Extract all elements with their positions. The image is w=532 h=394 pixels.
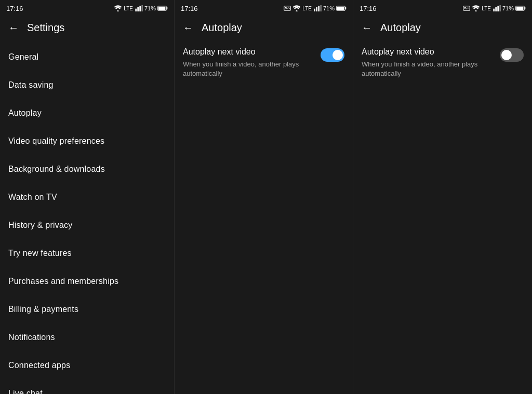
status-bar-autoplay-off: 17:16 LTE 71% bbox=[353, 0, 532, 17]
settings-item-purchases[interactable]: Purchases and memberships bbox=[0, 267, 174, 295]
signal-bars-off bbox=[493, 5, 501, 11]
image-icon-off bbox=[463, 6, 470, 11]
wifi-icon-off bbox=[472, 5, 480, 11]
svg-rect-21 bbox=[493, 9, 495, 11]
status-time-settings: 17:16 bbox=[6, 5, 23, 12]
svg-rect-3 bbox=[139, 6, 141, 11]
autoplay-off-title: Autoplay bbox=[380, 22, 421, 34]
svg-rect-11 bbox=[314, 9, 315, 11]
settings-item-billing[interactable]: Billing & payments bbox=[0, 295, 174, 323]
back-button-settings[interactable]: ← bbox=[8, 22, 19, 34]
autoplay-off-feature-title: Autoplay next video bbox=[362, 47, 491, 57]
status-bar-settings: 17:16 LTE 71% bbox=[0, 0, 174, 17]
signal-bars-on bbox=[313, 5, 322, 11]
signal-label-off: LTE bbox=[482, 6, 491, 11]
autoplay-toggle-on[interactable] bbox=[321, 48, 344, 62]
autoplay-on-header: ← Autoplay bbox=[175, 17, 353, 39]
settings-item-video-quality[interactable]: Video quality preferences bbox=[0, 127, 174, 155]
settings-item-connected-apps[interactable]: Connected apps bbox=[0, 351, 174, 379]
svg-point-10 bbox=[296, 10, 298, 11]
signal-bars-icon bbox=[135, 5, 143, 11]
status-icons-autoplay-on: LTE 71% bbox=[284, 5, 347, 11]
signal-icon: LTE bbox=[124, 6, 133, 11]
svg-rect-6 bbox=[158, 7, 166, 10]
autoplay-off-header: ← Autoplay bbox=[353, 17, 532, 39]
svg-rect-22 bbox=[495, 7, 497, 11]
autoplay-off-panel: 17:16 LTE 71% bbox=[353, 0, 532, 394]
autoplay-off-row: Autoplay next video When you finish a vi… bbox=[362, 47, 524, 78]
image-icon-on bbox=[284, 6, 291, 11]
settings-item-watch-on-tv[interactable]: Watch on TV bbox=[0, 183, 174, 211]
status-time-autoplay-on: 17:16 bbox=[181, 5, 198, 12]
battery-pct-off: 71% bbox=[502, 5, 514, 11]
autoplay-on-content: Autoplay next video When you finish a vi… bbox=[175, 39, 353, 87]
status-icons-autoplay-off: LTE 71% bbox=[463, 5, 526, 11]
svg-point-0 bbox=[117, 10, 119, 11]
autoplay-on-row: Autoplay next video When you finish a vi… bbox=[183, 47, 344, 78]
autoplay-on-feature-desc: When you finish a video, another plays a… bbox=[183, 60, 312, 78]
status-bar-autoplay-on: 17:16 LTE 71% bbox=[175, 0, 353, 17]
status-icons-settings: LTE 71% bbox=[114, 5, 168, 11]
settings-item-data-saving[interactable]: Data saving bbox=[0, 71, 174, 99]
autoplay-on-feature-title: Autoplay next video bbox=[183, 47, 312, 57]
svg-rect-4 bbox=[141, 5, 143, 11]
battery-percentage: 71% bbox=[144, 5, 156, 11]
svg-rect-23 bbox=[497, 6, 499, 11]
settings-item-general[interactable]: General bbox=[0, 43, 174, 71]
back-button-autoplay-off[interactable]: ← bbox=[362, 22, 372, 34]
svg-rect-1 bbox=[135, 9, 137, 11]
svg-rect-2 bbox=[137, 7, 139, 11]
svg-rect-24 bbox=[499, 5, 501, 11]
svg-rect-12 bbox=[316, 7, 317, 11]
svg-rect-7 bbox=[167, 7, 168, 9]
svg-point-20 bbox=[475, 10, 477, 11]
signal-label-on: LTE bbox=[302, 6, 312, 11]
settings-item-live-chat[interactable]: Live chat bbox=[0, 379, 174, 394]
autoplay-on-panel: 17:16 LTE 71% bbox=[175, 0, 353, 394]
settings-item-try-new-features[interactable]: Try new features bbox=[0, 239, 174, 267]
battery-on bbox=[336, 5, 347, 11]
svg-rect-16 bbox=[337, 7, 344, 10]
settings-header: ← Settings bbox=[0, 17, 174, 39]
svg-rect-17 bbox=[345, 7, 347, 9]
settings-title: Settings bbox=[27, 22, 64, 34]
battery-pct-on: 71% bbox=[323, 5, 335, 11]
wifi-icon-on bbox=[292, 5, 301, 11]
wifi-icon bbox=[114, 5, 122, 11]
toggle-thumb-off bbox=[501, 50, 512, 60]
settings-list: General Data saving Autoplay Video quali… bbox=[0, 39, 174, 394]
autoplay-off-text: Autoplay next video When you finish a vi… bbox=[362, 47, 491, 78]
battery-icon bbox=[157, 5, 168, 11]
back-button-autoplay-on[interactable]: ← bbox=[183, 22, 193, 34]
autoplay-on-text: Autoplay next video When you finish a vi… bbox=[183, 47, 312, 78]
svg-rect-27 bbox=[525, 7, 526, 9]
svg-rect-13 bbox=[318, 6, 320, 11]
settings-item-background-downloads[interactable]: Background & downloads bbox=[0, 155, 174, 183]
svg-rect-26 bbox=[516, 7, 524, 10]
settings-item-autoplay[interactable]: Autoplay bbox=[0, 99, 174, 127]
settings-item-notifications[interactable]: Notifications bbox=[0, 323, 174, 351]
autoplay-off-feature-desc: When you finish a video, another plays a… bbox=[362, 60, 491, 78]
toggle-thumb-on bbox=[332, 50, 343, 60]
status-time-autoplay-off: 17:16 bbox=[360, 5, 377, 12]
settings-panel: 17:16 LTE 71% ← Settings bbox=[0, 0, 175, 394]
autoplay-off-content: Autoplay next video When you finish a vi… bbox=[353, 39, 532, 87]
autoplay-on-title: Autoplay bbox=[202, 22, 242, 34]
autoplay-toggle-off[interactable] bbox=[500, 48, 524, 62]
battery-off bbox=[515, 5, 526, 11]
svg-rect-14 bbox=[320, 5, 322, 11]
settings-item-history-privacy[interactable]: History & privacy bbox=[0, 211, 174, 239]
